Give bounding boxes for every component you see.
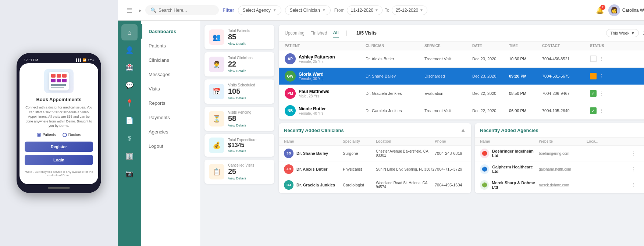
sidebar-logout-icon[interactable]: 📷: [121, 165, 138, 182]
expand-icon[interactable]: ▸: [139, 7, 142, 13]
clinician-dropdown-label: Select Clinician: [290, 8, 320, 13]
agency-menu-icon[interactable]: ⋮: [631, 182, 634, 188]
clinician-location: Sun N Lake Blvd Sebring, FL 33872: [376, 167, 435, 171]
sidebar-home-icon[interactable]: ⌂: [121, 24, 138, 40]
nav-item-agencies[interactable]: Agencies: [141, 125, 200, 139]
nav-item-payments[interactable]: Payments: [141, 110, 200, 125]
status-checkbox[interactable]: [590, 73, 597, 79]
visits-header-right: This Week ▼ Sort By ▼: [606, 29, 644, 37]
user-avatar-area[interactable]: 👩 Carolina Ward ▼: [608, 4, 644, 16]
time-cell: 10:30 PM: [509, 57, 542, 61]
col-time: Time: [509, 44, 542, 48]
visits-pending-link[interactable]: View Details: [228, 124, 270, 127]
visits-scheduled-link[interactable]: View Details: [228, 96, 270, 100]
row-menu-icon[interactable]: ⋮: [599, 90, 604, 96]
clinician-dropdown[interactable]: Select Clinician ▼: [285, 6, 331, 15]
clinician-phone: 7004-715-3729: [435, 167, 471, 171]
sidebar-location-icon[interactable]: 📍: [121, 95, 138, 111]
radio-doctors[interactable]: Doctors: [63, 133, 81, 137]
patient-sub: Male, 28 Yrs: [299, 94, 329, 98]
radio-doctors-circle[interactable]: [63, 133, 67, 137]
nav-item-logout[interactable]: Logout: [141, 139, 200, 153]
agency-menu-icon[interactable]: ⋮: [631, 150, 634, 156]
right-content: Upcoming Finished All | 105 Visits This …: [279, 25, 644, 242]
col-agency-location: Loca...: [587, 139, 631, 143]
to-date-value: 25-12-2020: [396, 8, 418, 13]
nav-item-messages[interactable]: Messages: [141, 67, 200, 82]
nav-item-clinicians[interactable]: Clinicians: [141, 53, 200, 67]
nav-item-dashboards[interactable]: Dashboards: [141, 24, 200, 39]
sidebar-clinician-icon[interactable]: 🏥: [121, 60, 138, 76]
total-clinicians-link[interactable]: View Details: [228, 69, 270, 73]
to-label: To: [385, 8, 389, 13]
phone-battery: 76%: [88, 58, 94, 62]
agencies-card-header: Recently Added Agencies ▲: [475, 123, 644, 138]
agency-logo: 🔴: [480, 149, 489, 158]
notification-badge: 2: [600, 5, 605, 10]
row-menu-icon[interactable]: ⋮: [599, 73, 604, 79]
tab-finished[interactable]: Finished: [310, 29, 327, 37]
clinician-name-cell: GJ Dr. Graciela Junkies: [284, 180, 343, 190]
app-main: ☰ ▸ 🔍 Filter Select Agency ▼ Select Clin…: [118, 0, 644, 246]
sort-selector[interactable]: Sort By ▼: [643, 31, 644, 35]
nav-item-patients[interactable]: Patients: [141, 39, 200, 53]
from-date-value: 11-12-2020: [351, 8, 373, 13]
radio-patients[interactable]: Patients: [37, 133, 56, 137]
col-name: Name: [284, 139, 343, 143]
hamburger-icon[interactable]: ☰: [124, 5, 135, 16]
row-menu-icon[interactable]: ⋮: [599, 108, 604, 114]
register-button[interactable]: Register: [25, 142, 93, 152]
patient-name: Nicole Butler: [299, 106, 326, 111]
phone-signal-icon: ▐▐▐: [75, 58, 81, 62]
tab-upcoming[interactable]: Upcoming: [285, 29, 305, 37]
clinician-name-cell: AB Dr. Alexis Butler: [284, 164, 343, 174]
avatar: AB: [284, 164, 293, 174]
total-clinicians-info: Total Clinicians 22 View Details: [228, 56, 270, 73]
sidebar-report-icon[interactable]: 📄: [121, 113, 138, 129]
total-patients-link[interactable]: View Details: [228, 42, 270, 46]
agency-dropdown[interactable]: Select Agency ▼: [238, 6, 281, 15]
cancelled-visits-icon: 📋: [209, 164, 224, 179]
agency-name-cell: 🔵 Galpherm Healthcare Ltd: [480, 164, 539, 174]
tab-all[interactable]: All: [333, 29, 338, 38]
patient-sub: Female, 25 Yrs: [299, 60, 335, 64]
row-menu-icon[interactable]: ⋮: [599, 56, 604, 62]
week-chevron-icon: ▼: [631, 31, 635, 35]
phone-note: *Note - Currently this service is only a…: [25, 170, 93, 177]
sidebar-agency-icon[interactable]: 🏢: [121, 148, 138, 164]
week-selector[interactable]: This Week ▼: [606, 29, 639, 37]
status-checkbox[interactable]: ✓: [590, 107, 597, 114]
agency-menu-icon[interactable]: ⋮: [631, 166, 634, 172]
to-date-picker[interactable]: 25-12-2020 ▼: [392, 6, 427, 15]
login-button[interactable]: Login: [25, 155, 93, 165]
status-checkbox[interactable]: ✓: [590, 90, 597, 97]
clinician-speciality: Cardiologist: [343, 183, 376, 187]
avatar: 👩: [608, 4, 620, 16]
cancelled-visits-link[interactable]: View Details: [228, 177, 270, 180]
nav-item-visits[interactable]: Visits: [141, 82, 200, 96]
from-date-picker[interactable]: 11-12-2020 ▼: [347, 6, 383, 15]
nav-item-reports[interactable]: Reports: [141, 96, 200, 110]
filter-button[interactable]: Filter: [223, 7, 234, 13]
sidebar-message-icon[interactable]: 💬: [121, 77, 138, 93]
total-clinicians-icon: 👨‍⚕️: [209, 57, 224, 72]
status-checkbox[interactable]: [590, 56, 597, 62]
clinician-cell: Dr. Graciela Jenkies: [366, 91, 424, 96]
radio-patients-circle[interactable]: [37, 133, 41, 137]
clinician-name-cell: SB Dr. Shane Bailey: [284, 149, 343, 158]
search-input[interactable]: [159, 8, 214, 13]
visits-table-header: Patient Clinician Service Date Time Cont…: [279, 42, 644, 50]
agencies-card-title: Recently Added Agencies: [480, 128, 538, 133]
col-agency-name: Name: [480, 139, 539, 143]
clinician-name: Dr. Alexis Butler: [296, 167, 328, 171]
total-expenditure-link[interactable]: View Details: [228, 149, 270, 153]
sidebar-payment-icon[interactable]: $: [121, 130, 138, 146]
clinicians-collapse-icon[interactable]: ▲: [460, 127, 466, 133]
agency-website: boehringering.com: [539, 151, 587, 156]
notification-bell[interactable]: 🔔 2: [596, 6, 604, 14]
stat-total-patients: 👥 Total Patients 85 View Details: [204, 25, 274, 49]
sidebar-patient-icon[interactable]: 👤: [121, 42, 138, 58]
header-right: 🔔 2 👩 Carolina Ward ▼ ⚙: [596, 4, 644, 16]
date-range: From 11-12-2020 ▼ To 25-12-2020 ▼: [334, 6, 427, 15]
col-location: Location: [376, 139, 435, 143]
